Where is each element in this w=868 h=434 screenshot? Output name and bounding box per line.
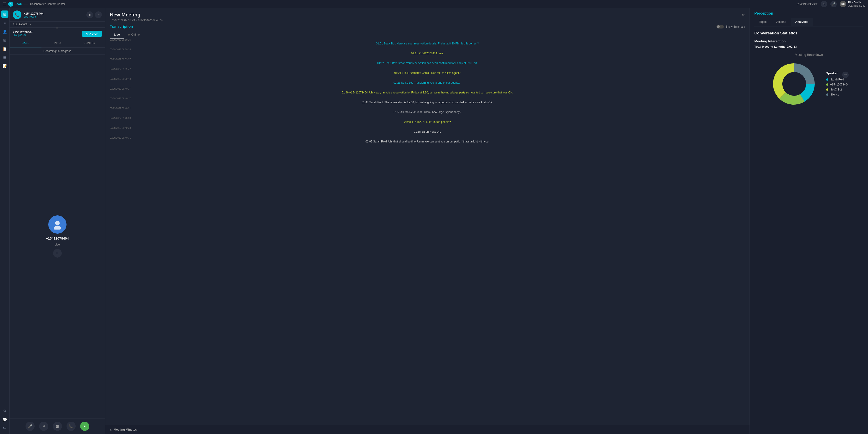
- active-call-status: Live | 00:45: [24, 15, 43, 18]
- sidebar-item-calendar[interactable]: 📋: [1, 45, 8, 52]
- sidebar-item-layers[interactable]: ⊟: [1, 10, 8, 18]
- hang-up-button[interactable]: HANG UP: [82, 31, 102, 37]
- perception-header: Perception Topics Actions Analytics: [750, 8, 868, 26]
- chart-legend: Speaker ⋯ Sarah Reid +15412078404: [826, 71, 848, 96]
- tab-live[interactable]: Live: [110, 31, 124, 38]
- chart-title: Meeting Breakdown: [754, 53, 863, 57]
- svg-point-1: [54, 226, 61, 230]
- summary-toggle[interactable]: [716, 25, 724, 28]
- conv-stats-title: Conversation Statistics: [754, 31, 863, 35]
- logo-icon: S: [8, 2, 13, 7]
- user-name: Kim Dodds: [848, 1, 865, 4]
- active-call-number: +15412078404: [24, 12, 43, 15]
- tab-call[interactable]: CALL: [9, 39, 41, 48]
- donut-container: Speaker ⋯ Sarah Reid +15412078404: [754, 59, 863, 109]
- mute-button[interactable]: 🎤: [26, 422, 35, 431]
- main-layout: ⊟ ≡ 👤 ⊞ 📋 ☰ 📝 ⚙ 💬 🏷 📞 +15412078404 Live …: [0, 8, 868, 434]
- sidebar-item-badge[interactable]: 🏷: [1, 425, 8, 432]
- legend-header: Speaker: [826, 71, 838, 75]
- donut-chart: [769, 59, 819, 109]
- more-call-btn[interactable]: ↗: [95, 11, 102, 18]
- more-options-btn[interactable]: ⋯: [842, 71, 849, 78]
- sidebar-item-chat[interactable]: 💬: [1, 416, 8, 423]
- legend-label-caller: +15412078404: [830, 83, 848, 86]
- total-length-value: 0:02:13: [787, 45, 797, 48]
- logo-text: SeaX: [14, 2, 22, 6]
- call-panel-inner: ≡ +15412078404 Live | 00:45 HANG UP CALL…: [9, 27, 105, 434]
- transcript-content[interactable]: 07/29/2022 09:39:26 01:01 SeaX Bot: Here…: [105, 38, 749, 425]
- active-call-bar: 📞 +15412078404 Live | 00:45 ⏸ ↗: [9, 8, 105, 22]
- legend-dot-silence: [826, 93, 828, 96]
- tab-analytics[interactable]: Analytics: [791, 18, 813, 26]
- caller-avatar: [48, 215, 66, 234]
- transcription-label-row: Transcription Show Summary: [110, 25, 745, 29]
- transcription-header: New Meeting ✏ 07/29/2022 09:38:23 ~ 07/2…: [105, 8, 749, 38]
- ringing-device: RINGING DEVICE: [797, 3, 818, 5]
- meeting-title-row: New Meeting ✏: [110, 12, 745, 18]
- transcript-entry: 07/29/2022 09:39:26 01:01 SeaX Bot: Here…: [110, 38, 745, 46]
- transfer-button[interactable]: ↗: [39, 422, 48, 431]
- legend-header-row: Speaker ⋯: [826, 71, 848, 78]
- call-tabs: CALL INFO CONFIG: [9, 39, 105, 48]
- tab-info[interactable]: INFO: [41, 39, 73, 48]
- perception-panel: Perception Topics Actions Analytics Conv…: [749, 8, 868, 434]
- call-detail-header: +15412078404 Live | 00:45 HANG UP: [9, 28, 105, 39]
- all-tasks-label: ALL TASKS: [13, 23, 28, 26]
- transcript-entry: 07/29/2022 09:40:21 01:55 Sarah Reid: Ye…: [110, 107, 745, 114]
- legend-label-sarah: Sarah Reid: [830, 78, 844, 81]
- avatar: KD: [840, 1, 846, 7]
- meeting-minutes-bar[interactable]: ∧ Meeting Minutes: [105, 425, 749, 434]
- transcript-entry: 07/29/2022 09:39:35 01:11 +15412078404: …: [110, 48, 745, 55]
- end-call-button[interactable]: 📞: [66, 422, 75, 431]
- pause-btn[interactable]: ⏸: [53, 249, 62, 258]
- meeting-title: New Meeting: [110, 12, 140, 18]
- icon-sidebar: ⊟ ≡ 👤 ⊞ 📋 ☰ 📝 ⚙ 💬 🏷: [0, 8, 9, 434]
- meeting-minutes-arrow: ∧: [110, 428, 112, 431]
- user-details: Kim Dodds Available | 1:30: [848, 1, 865, 7]
- svg-point-2: [782, 72, 806, 96]
- recording-bar: Recording: in-progress: [9, 48, 105, 55]
- perception-title: Perception: [754, 11, 863, 16]
- legend-item-silence: Silence: [826, 93, 848, 96]
- transcript-entry: 07/29/2022 09:40:17 01:46 +15412078404: …: [110, 88, 745, 95]
- tab-offline[interactable]: Offline: [124, 31, 144, 38]
- grid-icon[interactable]: ⊞: [821, 1, 827, 7]
- analytics-content: Conversation Statistics Meeting Interact…: [750, 26, 868, 434]
- transcription-panel: New Meeting ✏ 07/29/2022 09:38:23 ~ 07/2…: [105, 8, 749, 434]
- legend-item-caller: +15412078404: [826, 83, 848, 86]
- live-offline-tabs: Live Offline: [110, 31, 745, 38]
- sidebar-item-person[interactable]: 👤: [1, 28, 8, 35]
- topbar-left: ☰ S SeaX — Collaborative Contact Center: [3, 2, 65, 7]
- app-logo: S SeaX: [8, 2, 22, 7]
- legend-dot-bot: [826, 88, 828, 91]
- tab-topics[interactable]: Topics: [754, 18, 772, 26]
- edit-meeting-icon[interactable]: ✏: [742, 13, 745, 17]
- sidebar-item-list[interactable]: ☰: [1, 54, 8, 61]
- active-call-details: +15412078404 Live | 00:45: [24, 12, 43, 18]
- add-call-button[interactable]: ●: [80, 422, 89, 431]
- tab-config[interactable]: CONFIG: [73, 39, 105, 48]
- legend-dot-sarah: [826, 79, 828, 81]
- legend-item-bot: SeaX Bot: [826, 88, 848, 91]
- sidebar-item-grid[interactable]: ⊞: [1, 36, 8, 44]
- perception-tabs: Topics Actions Analytics: [754, 18, 863, 26]
- meeting-minutes-label: Meeting Minutes: [114, 428, 137, 431]
- person-avatar-icon: [53, 220, 62, 230]
- call-detail-number: +15412078404: [13, 31, 33, 34]
- menu-icon[interactable]: ☰: [3, 2, 6, 6]
- caller-number: +15412078404: [46, 236, 69, 240]
- all-tasks-dropdown-icon: ▼: [29, 23, 31, 26]
- sidebar-item-note[interactable]: 📝: [1, 62, 8, 70]
- call-detail-info: +15412078404 Live | 00:45: [13, 31, 33, 37]
- show-summary-label: Show Summary: [725, 25, 745, 28]
- sidebar-item-settings[interactable]: ⚙: [1, 407, 8, 414]
- pause-call-btn[interactable]: ⏸: [86, 11, 93, 18]
- sidebar-item-stack[interactable]: ≡: [1, 19, 8, 26]
- tab-actions[interactable]: Actions: [772, 18, 791, 26]
- show-summary[interactable]: Show Summary: [716, 25, 745, 28]
- dialpad-button[interactable]: ⊞: [53, 422, 62, 431]
- chart-legend-items: Sarah Reid +15412078404 SeaX Bot: [826, 78, 848, 96]
- total-meeting-length: Total Meeting Length: 0:02:13: [754, 45, 863, 48]
- mic-icon[interactable]: 🎤: [830, 1, 837, 7]
- legend-item-sarah: Sarah Reid: [826, 78, 848, 81]
